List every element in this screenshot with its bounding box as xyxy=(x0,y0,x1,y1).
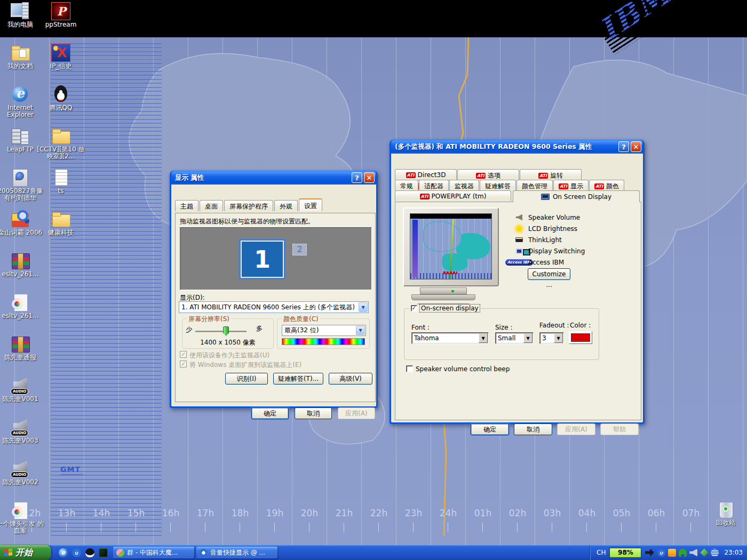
desktop-icon[interactable]: P xyxy=(51,2,70,20)
desktop-icon[interactable]: AUDIO xyxy=(11,460,30,478)
tab[interactable]: ATIPOWERPLAY (tm) xyxy=(395,190,511,201)
monitor-2[interactable]: 2 xyxy=(292,244,307,255)
tab[interactable]: 监视器 xyxy=(449,180,479,190)
checkbox-box[interactable] xyxy=(406,365,413,372)
apply-button[interactable]: 应用(A) xyxy=(338,407,375,419)
customize-button[interactable]: Customize ... xyxy=(528,268,570,280)
cancel-button[interactable]: 取消 xyxy=(295,407,332,419)
quick-launch-icon[interactable]: e xyxy=(59,548,68,557)
desktop-icon-label[interactable]: 一个馒头引发 的血案 xyxy=(0,521,45,534)
close-icon[interactable]: ✕ xyxy=(364,172,375,183)
desktop-icon[interactable] xyxy=(11,252,30,270)
quick-launch-icon[interactable] xyxy=(85,548,94,557)
recycle-bin-icon[interactable] xyxy=(716,500,735,518)
desktop-icon[interactable] xyxy=(51,169,70,187)
desktop-icon[interactable] xyxy=(51,85,70,103)
tab[interactable]: ATI显示 xyxy=(553,180,589,190)
tray-icon[interactable] xyxy=(711,549,719,557)
checkbox-check-icon[interactable]: ✓ xyxy=(411,305,417,311)
checkbox-check-icon[interactable]: ✓ xyxy=(180,361,187,367)
tray-icon[interactable] xyxy=(700,549,708,557)
checkbox-check-icon[interactable]: ✓ xyxy=(180,351,187,358)
troubleshoot-button[interactable]: 疑难解答(T)... xyxy=(273,373,323,385)
language-indicator[interactable]: CH xyxy=(597,549,606,556)
help-button[interactable]: 帮助 xyxy=(600,423,639,435)
tab[interactable]: ATI颜色 xyxy=(589,180,624,190)
desktop-icon-label[interactable]: 陈先奎V002 xyxy=(0,479,45,486)
help-button[interactable]: ? xyxy=(352,172,362,183)
desktop-icon-label[interactable]: 陈先奎V001 xyxy=(0,396,45,403)
tray-icon[interactable] xyxy=(679,549,687,557)
desktop-icon[interactable] xyxy=(11,210,30,228)
monitor-arrangement-area[interactable]: 1 2 xyxy=(180,227,372,290)
fadeout-select[interactable]: 3 ▼ xyxy=(539,332,564,344)
tray-icon[interactable]: m xyxy=(657,549,665,557)
color-quality-select[interactable]: 最高(32 位) ▼ xyxy=(282,325,366,336)
desktop-icon-label[interactable]: 陈先奎V003 xyxy=(0,437,45,444)
desktop-icon-label[interactable]: 腾讯QQ xyxy=(36,105,85,111)
size-select[interactable]: Small ▼ xyxy=(495,332,534,344)
tab[interactable]: ATI旋转 xyxy=(520,169,582,180)
desktop-icon-label[interactable]: 陈先奎通报 xyxy=(0,354,45,361)
apply-button[interactable]: 应用(A) xyxy=(557,423,595,435)
desktop-icon[interactable] xyxy=(11,169,30,187)
tab[interactable]: 设置 xyxy=(299,198,322,211)
display-adapter-select[interactable]: 1. ATI MOBILITY RADEON 9600 Series 上的 (多… xyxy=(179,301,369,313)
chevron-down-icon[interactable]: ▼ xyxy=(359,302,368,312)
desktop-icon-label[interactable]: esltv_261... xyxy=(0,271,45,278)
desktop-icon[interactable] xyxy=(51,127,70,145)
desktop-icon[interactable] xyxy=(11,127,30,145)
speaker-beep-checkbox[interactable]: Speaker volume control beep xyxy=(406,365,510,373)
desktop-icon-label[interactable]: IP_信史 xyxy=(36,63,85,70)
monitor-1[interactable]: 1 xyxy=(239,239,285,279)
start-button[interactable]: 开始 xyxy=(0,545,51,560)
desktop-icon[interactable] xyxy=(11,2,30,20)
advanced-button[interactable]: 高级(V) xyxy=(329,373,372,385)
tab[interactable]: 疑难解答 xyxy=(480,180,516,190)
tab[interactable]: ATIDirect3D xyxy=(395,169,457,180)
task-button[interactable]: 群 - 中国科大魔... xyxy=(113,547,194,558)
chevron-down-icon[interactable]: ▼ xyxy=(479,333,488,343)
font-select[interactable]: Tahoma ▼ xyxy=(411,332,489,344)
desktop-icon-label[interactable]: ts xyxy=(36,188,85,195)
desktop-icon-label[interactable]: 健康科技 xyxy=(36,229,85,236)
tab[interactable]: 颜色管理 xyxy=(516,180,553,190)
ok-button[interactable]: 确定 xyxy=(471,423,509,435)
chevron-down-icon[interactable]: ▼ xyxy=(356,326,365,335)
tab[interactable]: 适配器 xyxy=(419,180,449,190)
recycle-bin-label[interactable]: 回收站 xyxy=(701,519,747,526)
desktop-icon-label[interactable]: esltv_261... xyxy=(0,313,45,319)
desktop-icon[interactable] xyxy=(11,44,30,62)
chevron-down-icon[interactable]: ▼ xyxy=(554,333,563,343)
quick-launch-icon[interactable] xyxy=(99,548,108,557)
tab[interactable]: ATI选项 xyxy=(457,169,519,180)
primary-monitor-checkbox[interactable]: ✓ 使用该设备作为主监视器(U) xyxy=(180,351,269,360)
tab-on-screen-display[interactable]: On Screen Display xyxy=(513,190,640,202)
chevron-down-icon[interactable]: ▼ xyxy=(523,333,533,343)
identify-button[interactable]: 识别(I) xyxy=(225,373,268,385)
tab[interactable]: 外观 xyxy=(274,200,298,211)
osd-color-swatch[interactable] xyxy=(569,331,592,344)
display-properties-titlebar[interactable]: 显示 属性 ? ✕ xyxy=(171,171,376,185)
tab[interactable]: 桌面 xyxy=(200,200,223,211)
ok-button[interactable]: 确定 xyxy=(251,407,289,419)
desktop-icon[interactable]: AUDIO xyxy=(11,377,30,395)
quick-launch-icon[interactable]: m xyxy=(72,548,81,557)
desktop-icon[interactable]: X xyxy=(51,44,70,62)
task-button[interactable]: 音量快捷显示 @ ... xyxy=(196,547,277,558)
desktop-icon[interactable] xyxy=(51,210,70,228)
tab[interactable]: 常规 xyxy=(395,180,418,190)
help-button[interactable]: ? xyxy=(618,141,629,152)
desktop-icon[interactable] xyxy=(11,293,30,311)
desktop-icon-label[interactable]: ppStream xyxy=(36,21,85,28)
close-icon[interactable]: ✕ xyxy=(631,141,641,152)
tab[interactable]: 屏幕保护程序 xyxy=(224,200,273,211)
desktop-icon[interactable] xyxy=(11,501,30,519)
tray-icon[interactable] xyxy=(689,549,697,557)
tab[interactable]: 主题 xyxy=(175,200,198,211)
ati-properties-titlebar[interactable]: (多个监视器) 和 ATI MOBILITY RADEON 9600 Serie… xyxy=(391,140,643,154)
tray-icon[interactable] xyxy=(668,549,676,557)
desktop-icon[interactable] xyxy=(11,335,30,353)
recycle-bin[interactable]: 回收站 xyxy=(705,500,746,526)
resolution-slider-track[interactable] xyxy=(195,331,247,332)
